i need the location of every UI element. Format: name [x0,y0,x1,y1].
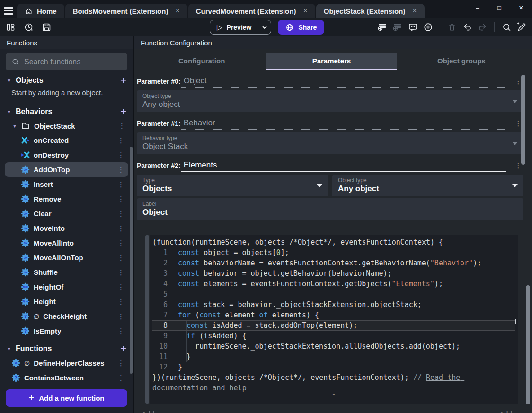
parameter-name-input[interactable]: Behavior [181,118,506,130]
sidebar-item-AddOnTop[interactable]: »AddOnTop⋮ [5,162,128,177]
code-line-11[interactable]: 11 } [152,351,515,362]
event-drag-handle[interactable] [145,235,149,404]
code-line-3[interactable]: 3const behavior = object.getBehavior(beh… [152,268,515,279]
item-menu-button[interactable]: ⋮ [117,195,128,203]
sidebar-item-onDestroy[interactable]: onDestroy⋮ [5,148,128,162]
sidebar-item-label: Shuffle [34,268,58,276]
sidebar-item-ContainsBetween[interactable]: ?ContainsBetween⋮ [5,370,128,385]
close-tab-icon[interactable]: × [175,7,179,15]
sidebar-item-Height[interactable]: f(x)Height⋮ [5,294,128,309]
sidebar-scrollbar[interactable] [130,147,133,374]
condition-function-icon: ? [21,312,30,321]
tab-configuration[interactable]: Configuration [137,53,266,69]
item-menu-button[interactable]: ⋮ [117,166,128,174]
edit-extension-icon[interactable] [516,21,527,33]
object-type-select[interactable]: Object type Any object [332,175,523,196]
behavior-group-objectstack[interactable]: ▼ ObjectStack ⋮ [0,119,133,133]
item-menu-button[interactable]: ⋮ [117,283,128,291]
code-line-6[interactable]: 6const stack = behavior._objectStackExte… [152,299,515,310]
item-menu-button[interactable]: ⋮ [117,254,128,262]
add-event-icon[interactable] [377,21,388,33]
code-line-7[interactable]: 7for (const element of elements) { [152,310,515,320]
save-icon[interactable] [41,21,52,33]
undo-icon[interactable] [461,21,473,33]
collapse-editor-button[interactable]: ^ [152,393,515,402]
javascript-code-editor[interactable]: (function(runtimeScene, objects /*Object… [150,235,518,404]
item-menu-button[interactable]: ⋮ [117,210,128,218]
item-menu-button[interactable]: ⋮ [117,224,128,233]
code-line-2[interactable]: 2const behaviorName = eventsFunctionCont… [152,258,515,268]
maximize-button[interactable]: □ [488,0,510,15]
sidebar-item-HeightOf[interactable]: f(x)HeightOf⋮ [5,280,128,294]
sidebar-item-Shuffle[interactable]: »Shuffle⋮ [5,265,128,280]
add-function-plus-button[interactable]: + [120,343,126,354]
close-window-button[interactable]: ✕ [510,0,532,15]
section-functions[interactable]: ▼ Functions + [0,342,133,356]
code-line-12[interactable]: 12} [152,362,515,372]
add-circle-icon[interactable] [422,21,434,33]
sidebar-item-MoveAllOnTop[interactable]: »MoveAllOnTop⋮ [5,250,128,265]
sidebar-item-Clear[interactable]: »Clear⋮ [5,206,128,221]
behavior-type-select[interactable]: Behavior type Object Stack [137,132,523,154]
parameter-name-input[interactable]: Elements [181,160,506,172]
sidebar-item-Insert[interactable]: »Insert⋮ [5,177,128,192]
type-select[interactable]: Type Objects [137,175,328,196]
item-menu-button[interactable]: ⋮ [117,298,128,306]
tab-curvedmovement[interactable]: CurvedMovement (Extension) × [188,4,315,18]
main-menu-button[interactable] [0,4,17,18]
sidebar-item-IsEmpty[interactable]: ?IsEmpty⋮ [5,324,128,338]
item-menu-button[interactable]: ⋮ [117,180,128,189]
search-icon[interactable] [501,21,512,33]
close-tab-icon[interactable]: × [303,7,307,15]
code-footer: })(runtimeScene, objects /*Object*/, eve… [152,372,515,393]
item-menu-button[interactable]: ⋮ [117,374,128,382]
item-menu-button[interactable]: ⋮ [117,327,128,335]
code-line-9[interactable]: 9 if (isAdded) { [152,331,515,341]
add-behavior-button[interactable]: + [120,106,126,117]
code-line-4[interactable]: 4const elements = eventsFunctionContext.… [152,279,515,289]
item-menu-button[interactable]: ⋮ [117,239,128,247]
sidebar-item-CheckHeight[interactable]: ?∅CheckHeight⋮ [5,309,128,324]
item-menu-button[interactable]: ⋮ [117,136,128,145]
item-menu-button[interactable]: ⋮ [117,312,128,321]
version-history-icon[interactable] [23,21,34,33]
minimize-button[interactable]: – [467,0,488,15]
tab-boidsmovement[interactable]: BoidsMovement (Extension) × [65,4,187,18]
item-menu-button[interactable]: ⋮ [117,359,128,368]
preview-button[interactable]: ▷ Preview [210,20,271,35]
tab-parameters[interactable]: Parameters [266,53,396,69]
sidebar-item-Remove[interactable]: »Remove⋮ [5,192,128,206]
parameters-scrollbar[interactable] [521,75,525,165]
search-functions-box[interactable] [6,53,127,70]
section-objects[interactable]: ▼ Objects + [0,73,133,88]
section-behaviors[interactable]: ▼ Behaviors + [0,105,133,119]
sidebar-item-MoveAllInto[interactable]: »MoveAllInto⋮ [5,236,128,250]
close-tab-icon[interactable]: × [412,7,417,15]
search-input[interactable] [24,58,122,66]
panels-layout-icon[interactable] [5,21,16,33]
object-type-select[interactable]: Object type Any object [137,90,523,112]
sidebar-item-onCreated[interactable]: onCreated⋮ [5,133,128,148]
code-line-1[interactable]: 1const object = objects[0]; [152,247,515,258]
sidebar-item-label: MoveAllInto [34,239,74,247]
tab-home[interactable]: Home [17,4,64,18]
sidebar-item-MoveInto[interactable]: »MoveInto⋮ [5,221,128,236]
parameter-name-input[interactable]: Object [181,76,506,88]
label-field[interactable]: Label Object [137,198,523,220]
events-scrollbar[interactable] [526,285,530,404]
item-menu-button[interactable]: ⋮ [117,151,128,159]
line-number: 12 [152,362,173,372]
add-object-button[interactable]: + [120,75,126,86]
code-line-10[interactable]: 10 runtimeScene._objectStackExtension.al… [152,341,515,351]
tab-objectstack[interactable]: ObjectStack (Extension) × [316,4,425,18]
tab-object-groups[interactable]: Object groups [397,53,526,69]
add-comment-icon[interactable] [407,21,418,33]
code-line-8[interactable]: 8 const isAdded = stack.addOnTop(element… [152,320,515,331]
item-menu-button[interactable]: ⋮ [118,122,126,130]
item-menu-button[interactable]: ⋮ [117,268,128,277]
preview-options-button[interactable] [258,25,271,30]
add-new-function-button[interactable]: + Add a new function [6,389,127,407]
code-line-5[interactable]: 5 [152,289,515,299]
sidebar-item-DefineHelperClasses[interactable]: »∅DefineHelperClasses⋮ [5,356,128,370]
share-button[interactable]: Share [278,20,324,35]
